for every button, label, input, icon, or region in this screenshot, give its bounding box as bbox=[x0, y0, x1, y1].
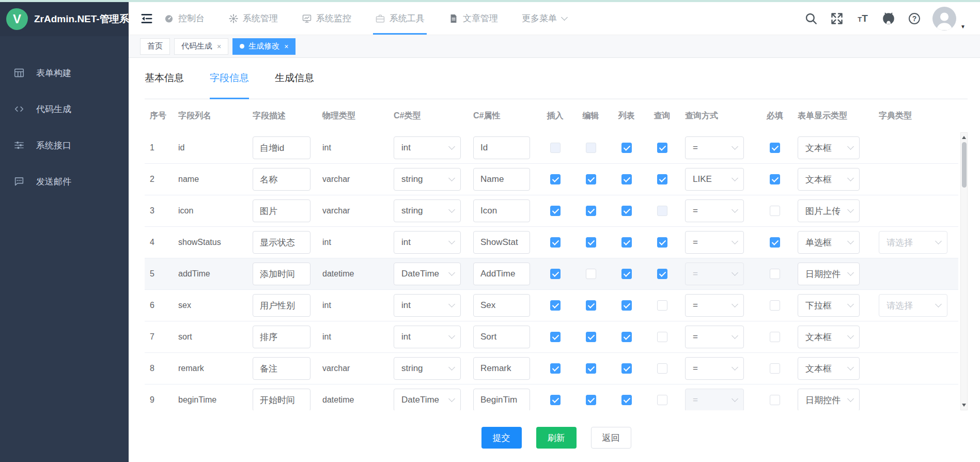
list-checkbox[interactable] bbox=[621, 300, 632, 311]
display-type-select[interactable]: 文本框 bbox=[798, 326, 860, 348]
list-checkbox[interactable] bbox=[621, 269, 632, 279]
field-desc-input[interactable] bbox=[253, 263, 310, 285]
insert-checkbox[interactable] bbox=[550, 332, 561, 342]
required-checkbox[interactable] bbox=[770, 332, 780, 342]
cs-attr-input[interactable] bbox=[473, 294, 530, 317]
list-checkbox[interactable] bbox=[621, 363, 632, 374]
cs-type-select[interactable]: DateTime bbox=[394, 263, 461, 285]
tab-基本信息[interactable]: 基本信息 bbox=[145, 71, 184, 99]
refresh-button[interactable]: 刷新 bbox=[536, 427, 577, 449]
query-checkbox[interactable] bbox=[657, 332, 667, 342]
query-mode-select[interactable]: = bbox=[685, 389, 744, 410]
query-checkbox[interactable] bbox=[657, 395, 667, 405]
submit-button[interactable]: 提交 bbox=[481, 427, 522, 449]
scrollbar-thumb[interactable] bbox=[962, 142, 967, 188]
query-mode-select[interactable]: = bbox=[685, 357, 744, 380]
query-mode-select[interactable]: = bbox=[685, 326, 744, 348]
edit-checkbox[interactable] bbox=[586, 300, 596, 311]
display-type-select[interactable]: 下拉框 bbox=[798, 294, 860, 317]
cs-type-select[interactable]: DateTime bbox=[394, 389, 461, 410]
cs-type-select[interactable]: int bbox=[394, 231, 461, 254]
back-button[interactable]: 返回 bbox=[591, 427, 631, 449]
list-checkbox[interactable] bbox=[621, 143, 632, 153]
field-desc-input[interactable] bbox=[253, 357, 310, 380]
required-checkbox[interactable] bbox=[770, 206, 780, 216]
sidebar-item-system-api[interactable]: 系统接口 bbox=[0, 127, 129, 163]
edit-checkbox[interactable] bbox=[586, 332, 596, 342]
list-checkbox[interactable] bbox=[621, 395, 632, 405]
required-checkbox[interactable] bbox=[770, 174, 780, 184]
cs-attr-input[interactable] bbox=[473, 357, 530, 380]
cs-type-select[interactable]: int bbox=[394, 326, 461, 348]
insert-checkbox[interactable] bbox=[550, 174, 561, 184]
sidebar-item-form-build[interactable]: 表单构建 bbox=[0, 55, 129, 91]
required-checkbox[interactable] bbox=[770, 300, 780, 311]
field-desc-input[interactable] bbox=[253, 199, 310, 222]
list-checkbox[interactable] bbox=[621, 237, 632, 248]
nav-item-console[interactable]: 控制台 bbox=[164, 2, 205, 35]
query-mode-select[interactable]: = bbox=[685, 294, 744, 317]
query-checkbox[interactable] bbox=[657, 300, 667, 311]
cs-type-select[interactable]: string bbox=[394, 168, 461, 191]
insert-checkbox[interactable] bbox=[550, 269, 561, 279]
insert-checkbox[interactable] bbox=[550, 300, 561, 311]
query-mode-select[interactable]: = bbox=[685, 199, 744, 222]
field-desc-input[interactable] bbox=[253, 389, 310, 410]
scroll-up-arrow[interactable] bbox=[961, 134, 967, 141]
edit-checkbox[interactable] bbox=[586, 269, 596, 279]
github-icon[interactable] bbox=[882, 12, 895, 25]
display-type-select[interactable]: 日期控件 bbox=[798, 389, 860, 410]
sidebar-collapse-icon[interactable] bbox=[140, 12, 153, 25]
insert-checkbox[interactable] bbox=[550, 395, 561, 405]
field-desc-input[interactable] bbox=[253, 326, 310, 348]
query-checkbox[interactable] bbox=[657, 237, 667, 248]
sidebar-item-code-gen[interactable]: 代码生成 bbox=[0, 91, 129, 127]
nav-item-system-monitor[interactable]: 系统监控 bbox=[302, 2, 351, 35]
nav-item-system-admin[interactable]: 系统管理 bbox=[228, 2, 278, 35]
field-desc-input[interactable] bbox=[253, 231, 310, 254]
edit-checkbox[interactable] bbox=[586, 174, 596, 184]
list-checkbox[interactable] bbox=[621, 174, 632, 184]
close-icon[interactable]: × bbox=[284, 43, 288, 50]
query-checkbox[interactable] bbox=[657, 269, 667, 279]
edit-checkbox[interactable] bbox=[586, 206, 596, 216]
search-icon[interactable] bbox=[804, 12, 818, 25]
help-icon[interactable]: ? bbox=[908, 12, 921, 25]
query-checkbox[interactable] bbox=[657, 143, 667, 153]
field-desc-input[interactable] bbox=[253, 168, 310, 191]
dict-type-select[interactable]: 请选择 bbox=[879, 294, 947, 317]
insert-checkbox[interactable] bbox=[550, 237, 561, 248]
font-size-icon[interactable]: TT bbox=[856, 12, 869, 25]
query-mode-select[interactable]: = bbox=[685, 263, 744, 285]
edit-checkbox[interactable] bbox=[586, 237, 596, 248]
table-scrollbar[interactable] bbox=[960, 132, 968, 410]
display-type-select[interactable]: 日期控件 bbox=[798, 263, 860, 285]
display-type-select[interactable]: 文本框 bbox=[798, 357, 860, 380]
view-tag[interactable]: 代码生成× bbox=[174, 38, 228, 55]
query-mode-select[interactable]: = bbox=[685, 136, 744, 159]
tab-生成信息[interactable]: 生成信息 bbox=[275, 71, 314, 99]
display-type-select[interactable]: 单选框 bbox=[798, 231, 860, 254]
display-type-select[interactable]: 文本框 bbox=[798, 136, 860, 159]
cs-attr-input[interactable] bbox=[473, 168, 530, 191]
query-mode-select[interactable]: LIKE bbox=[685, 168, 744, 191]
insert-checkbox[interactable] bbox=[550, 363, 561, 374]
dict-type-select[interactable]: 请选择 bbox=[879, 231, 947, 254]
cs-attr-input[interactable] bbox=[473, 199, 530, 222]
edit-checkbox[interactable] bbox=[586, 395, 596, 405]
field-desc-input[interactable] bbox=[253, 294, 310, 317]
cs-type-select[interactable]: string bbox=[394, 357, 461, 380]
fullscreen-icon[interactable] bbox=[830, 12, 844, 25]
cs-attr-input[interactable] bbox=[473, 389, 530, 410]
view-tag[interactable]: 生成修改× bbox=[232, 38, 295, 55]
field-desc-input[interactable] bbox=[253, 136, 310, 159]
cs-type-select[interactable]: string bbox=[394, 199, 461, 222]
list-checkbox[interactable] bbox=[621, 206, 632, 216]
logo-row[interactable]: V ZrAdmin.NET-管理系统 bbox=[0, 2, 129, 36]
sidebar-item-send-mail[interactable]: 发送邮件 bbox=[0, 163, 129, 199]
display-type-select[interactable]: 图片上传 bbox=[798, 199, 860, 222]
required-checkbox[interactable] bbox=[770, 269, 780, 279]
cs-attr-input[interactable] bbox=[473, 326, 530, 348]
required-checkbox[interactable] bbox=[770, 395, 780, 405]
scroll-down-arrow[interactable] bbox=[961, 402, 967, 409]
